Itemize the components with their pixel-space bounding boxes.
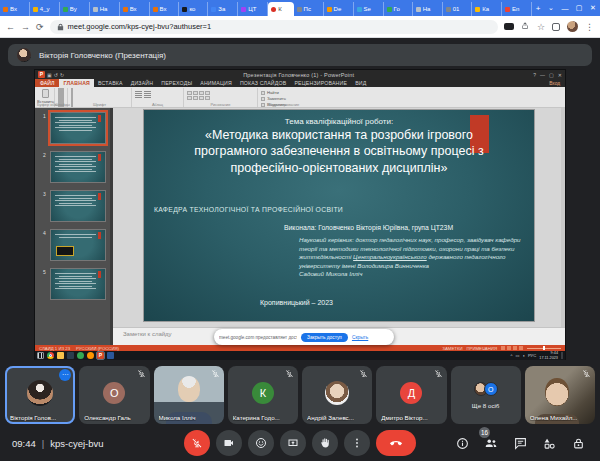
participant-tile-oleksandr[interactable]: О Олександр Галь bbox=[79, 366, 149, 424]
participant-tile-viktoriia[interactable]: ⋯ Вікторія Голов... bbox=[5, 366, 75, 424]
mic-toggle-button[interactable] bbox=[184, 430, 210, 456]
browser-tab[interactable]: Пс bbox=[294, 2, 324, 16]
browser-tab[interactable]: Ка bbox=[472, 2, 502, 16]
app-taskbar-icon[interactable] bbox=[77, 352, 84, 359]
slide-thumbnail-3[interactable]: 3 bbox=[50, 190, 106, 222]
word-taskbar-icon[interactable] bbox=[107, 352, 114, 359]
browser-menu-icon[interactable]: ⋮ bbox=[585, 22, 594, 32]
slide-canvas[interactable]: Тема кваліфікаційної роботи: «Методика в… bbox=[113, 108, 565, 327]
shared-screen-powerpoint[interactable]: P ▣ ↺ ↻ Презентація Головченко (1) - Pow… bbox=[35, 70, 565, 359]
maximize-button[interactable]: ▢ bbox=[572, 4, 586, 12]
explorer-taskbar-icon[interactable] bbox=[57, 352, 64, 359]
browser-tab[interactable]: En bbox=[502, 2, 532, 16]
browser-tab[interactable]: Го bbox=[384, 2, 413, 16]
slide-thumbnail-2[interactable]: 2 bbox=[50, 151, 106, 183]
slide-scrollbar[interactable] bbox=[561, 108, 565, 327]
participant-tile-kateryna[interactable]: К Катерина Годо... bbox=[228, 366, 298, 424]
close-button[interactable]: ✕ bbox=[586, 4, 600, 12]
participants-button[interactable]: 16 bbox=[483, 435, 499, 451]
ribbon-tab-file[interactable]: ФАЙЛ bbox=[35, 79, 59, 87]
tile-menu-button[interactable]: ⋯ bbox=[59, 369, 71, 381]
chat-button[interactable] bbox=[512, 435, 528, 451]
ribbon-tab-insert[interactable]: ВСТАВКА bbox=[94, 79, 127, 87]
ppt-restore-button[interactable]: ▢ bbox=[549, 72, 554, 78]
browser-tab[interactable]: Se bbox=[354, 2, 384, 16]
screen-share-indicator-icon[interactable] bbox=[504, 23, 514, 30]
stop-sharing-button[interactable]: Закрыть доступ bbox=[301, 333, 348, 342]
ribbon-tab-animations[interactable]: АНИМАЦИЯ bbox=[196, 79, 236, 87]
zoom-slider[interactable] bbox=[527, 348, 561, 349]
browser-tab[interactable]: За bbox=[208, 2, 238, 16]
slide-thumbnail-5[interactable]: 5 bbox=[50, 268, 106, 300]
back-icon[interactable]: ← bbox=[6, 22, 15, 32]
activities-button[interactable] bbox=[541, 435, 557, 451]
status-comments-button[interactable]: ПРИМЕЧАНИЯ bbox=[466, 346, 497, 351]
meeting-details-button[interactable] bbox=[454, 435, 470, 451]
firefox-taskbar-icon[interactable] bbox=[87, 352, 94, 359]
address-bar[interactable]: meet.google.com/kps-cyej-bvu?authuser=1 bbox=[50, 20, 498, 34]
align-buttons[interactable] bbox=[135, 91, 142, 98]
participant-tile-overflow[interactable]: О Ще 8 осіб bbox=[451, 366, 521, 424]
current-slide[interactable]: Тема кваліфікаційної роботи: «Методика в… bbox=[144, 110, 534, 321]
undo-icon[interactable]: ↺ bbox=[54, 72, 58, 78]
status-language[interactable]: РУССКИЙ (РОССИЯ) bbox=[76, 346, 119, 351]
ribbon-tab-review[interactable]: РЕЦЕНЗИРОВАНИЕ bbox=[290, 79, 351, 87]
share-icon[interactable] bbox=[521, 22, 530, 31]
end-call-button[interactable] bbox=[376, 430, 416, 456]
save-icon[interactable]: ▣ bbox=[47, 72, 52, 78]
tray-chevron-icon[interactable]: ^ bbox=[510, 353, 512, 358]
shapes-gallery[interactable] bbox=[187, 91, 210, 100]
profile-avatar[interactable] bbox=[567, 21, 578, 32]
show-desktop-sliver[interactable] bbox=[561, 352, 563, 359]
ribbon-tab-home[interactable]: ГЛАВНАЯ bbox=[59, 79, 94, 87]
slide-thumbnail-4[interactable]: 4 bbox=[50, 229, 106, 261]
browser-tab[interactable]: Вх bbox=[0, 2, 30, 16]
side-panel-icon[interactable] bbox=[552, 23, 560, 31]
chrome-taskbar-icon[interactable] bbox=[47, 352, 54, 359]
raise-hand-button[interactable] bbox=[312, 430, 338, 456]
find-button[interactable]: Найти bbox=[261, 90, 286, 95]
slide-thumbnail-pane[interactable]: 1 2 3 4 bbox=[35, 108, 113, 345]
view-mode-buttons[interactable] bbox=[501, 346, 523, 350]
bookmark-star-icon[interactable]: ☆ bbox=[537, 22, 545, 32]
status-notes-button[interactable]: ЗАМЕТКИ bbox=[442, 346, 462, 351]
slide-thumbnail-1[interactable]: 1 bbox=[50, 112, 106, 144]
reload-icon[interactable]: ⟳ bbox=[36, 22, 44, 32]
browser-tab[interactable]: На bbox=[413, 2, 443, 16]
browser-tab[interactable]: 01 bbox=[443, 2, 473, 16]
browser-tab[interactable]: Вх bbox=[120, 2, 150, 16]
browser-tab[interactable]: Вх bbox=[150, 2, 180, 16]
reactions-button[interactable] bbox=[248, 430, 274, 456]
hide-sharing-bar-link[interactable]: Скрыть bbox=[352, 335, 368, 340]
ribbon-tab-slideshow[interactable]: ПОКАЗ СЛАЙДОВ bbox=[236, 79, 291, 87]
participant-tile-andrii[interactable]: Андрій Залевс... bbox=[302, 366, 372, 424]
browser-tab[interactable]: ЦТ bbox=[238, 2, 268, 16]
sign-in-link[interactable]: Вход bbox=[544, 79, 565, 87]
tray-clock[interactable]: 9:4417.11.2023 bbox=[539, 351, 558, 359]
tray-network-icon[interactable]: ▭ bbox=[515, 353, 519, 358]
mail-taskbar-icon[interactable] bbox=[67, 352, 74, 359]
tray-volume-icon[interactable]: ◖ bbox=[522, 353, 525, 358]
more-options-button[interactable] bbox=[344, 430, 370, 456]
help-icon[interactable]: ? bbox=[533, 72, 536, 78]
browser-tab-active-meet[interactable]: К bbox=[268, 2, 293, 16]
browser-tab[interactable]: ко bbox=[179, 2, 208, 16]
minimize-button[interactable]: — bbox=[558, 5, 572, 12]
participant-tile-dmytro[interactable]: Д Дмитро Віктор... bbox=[376, 366, 446, 424]
tab-search-icon[interactable]: ⌄ bbox=[544, 4, 558, 12]
start-button-icon[interactable] bbox=[37, 352, 44, 359]
ppt-minimize-button[interactable]: — bbox=[540, 72, 545, 78]
new-tab-button[interactable]: + bbox=[532, 2, 544, 16]
list-buttons[interactable] bbox=[144, 91, 151, 98]
browser-tab[interactable]: На bbox=[90, 2, 120, 16]
tray-language[interactable]: РУС bbox=[528, 353, 536, 358]
ribbon-tab-view[interactable]: ВИД bbox=[351, 79, 370, 87]
forward-icon[interactable]: → bbox=[21, 22, 30, 32]
participant-tile-mykola[interactable]: Микола Ілліч bbox=[154, 366, 224, 424]
browser-tab[interactable]: De bbox=[324, 2, 354, 16]
participant-tile-olena[interactable]: Олена Михайл... bbox=[525, 366, 595, 424]
browser-tab[interactable]: Ву bbox=[60, 2, 90, 16]
ribbon-tab-transitions[interactable]: ПЕРЕХОДЫ bbox=[157, 79, 196, 87]
ppt-close-button[interactable]: ✕ bbox=[558, 72, 562, 78]
host-controls-button[interactable] bbox=[570, 435, 586, 451]
